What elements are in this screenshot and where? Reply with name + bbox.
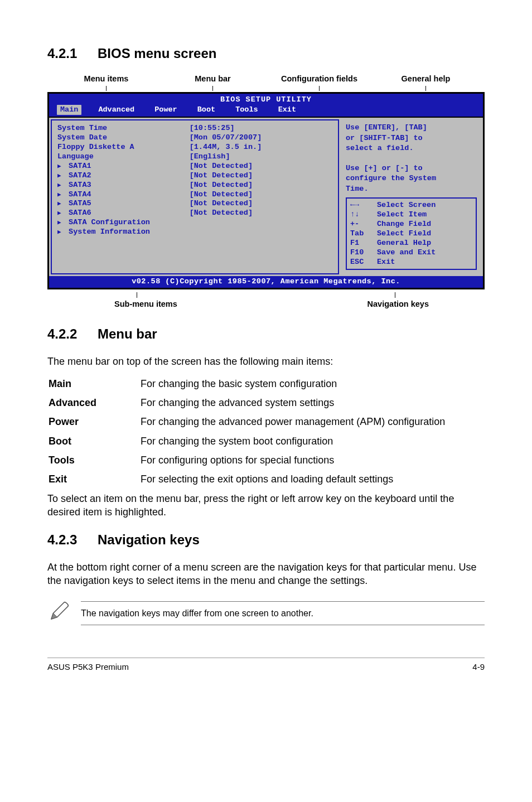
pencil-icon bbox=[47, 600, 71, 626]
definition-desc: For selecting the exit options and loadi… bbox=[141, 472, 485, 486]
bios-copyright: v02.58 (C)Copyright 1985-2007, American … bbox=[49, 276, 483, 287]
top-annotations: Menu items Menu bar Configuration fields… bbox=[47, 74, 485, 91]
bios-field-value[interactable]: [Not Detected] bbox=[190, 190, 332, 200]
nav-key-row: ↑↓Select Item bbox=[350, 210, 472, 220]
bios-field-label[interactable]: ▶ SATA1 bbox=[57, 162, 190, 171]
bios-field-value[interactable]: [Mon 05/07/2007] bbox=[190, 133, 332, 143]
definition-desc: For changing the advanced power manageme… bbox=[141, 415, 485, 428]
bios-field-value[interactable]: [Not Detected] bbox=[190, 199, 332, 209]
definition-desc: For configuring options for special func… bbox=[141, 453, 485, 467]
nav-keys-box: ←→Select Screen↑↓Select Item+-Change Fie… bbox=[346, 197, 477, 270]
annot-submenu: Sub-menu items bbox=[114, 299, 177, 308]
bios-field-label[interactable]: ▶ SATA2 bbox=[57, 171, 190, 181]
bios-field-label[interactable]: System Time bbox=[57, 124, 190, 133]
bios-field-label[interactable]: ▶ System Information bbox=[57, 228, 190, 237]
definition-term: Exit bbox=[49, 472, 141, 486]
footer-model: ASUS P5K3 Premium bbox=[47, 661, 129, 673]
annot-menu-items: Menu items bbox=[53, 74, 159, 91]
menubar-outro: To select an item on the menu bar, press… bbox=[47, 492, 485, 519]
definition-term: Boot bbox=[49, 434, 141, 448]
nav-key-row: +-Change Field bbox=[350, 220, 472, 229]
definition-term: Power bbox=[49, 415, 141, 428]
definition-term: Advanced bbox=[49, 396, 141, 409]
bios-field-value[interactable]: [Not Detected] bbox=[190, 162, 332, 171]
annot-general-help: General help bbox=[373, 74, 479, 91]
footer-page: 4-9 bbox=[472, 661, 485, 673]
heading-422: 4.2.2Menu bar bbox=[47, 325, 485, 343]
bios-field-label[interactable]: Floppy Diskette A bbox=[57, 143, 190, 152]
definitions-list: MainFor changing the basic system config… bbox=[49, 377, 485, 486]
nav-key-row: F1General Help bbox=[350, 239, 472, 248]
annot-navkeys: Navigation keys bbox=[367, 299, 429, 308]
definition-term: Main bbox=[49, 377, 141, 390]
bios-title: BIOS SETUP UTILITY bbox=[49, 94, 483, 105]
annot-config-fields: Configuration fields bbox=[266, 74, 373, 91]
bios-field-value[interactable]: [English] bbox=[190, 152, 332, 162]
navkeys-para: At the bottom right corner of a menu scr… bbox=[47, 561, 485, 588]
definition-row: MainFor changing the basic system config… bbox=[49, 377, 485, 390]
tab-exit[interactable]: Exit bbox=[275, 105, 299, 115]
annot-menu-bar: Menu bar bbox=[159, 74, 266, 91]
bios-screenshot: BIOS SETUP UTILITY Main Advanced Power B… bbox=[47, 92, 485, 289]
definition-row: ToolsFor configuring options for special… bbox=[49, 453, 485, 467]
bios-field-value[interactable]: [Not Detected] bbox=[190, 171, 332, 181]
heading-423: 4.2.3Navigation keys bbox=[47, 531, 485, 549]
nav-key-row: TabSelect Field bbox=[350, 229, 472, 239]
menubar-intro: The menu bar on top of the screen has th… bbox=[47, 355, 485, 368]
tab-power[interactable]: Power bbox=[151, 105, 181, 115]
bios-field-value[interactable] bbox=[190, 218, 332, 228]
bios-field-label[interactable]: Language bbox=[57, 152, 190, 162]
definition-term: Tools bbox=[49, 453, 141, 467]
tab-main[interactable]: Main bbox=[57, 105, 81, 115]
bios-fields: System Time[10:55:25]System Date[Mon 05/… bbox=[51, 119, 339, 274]
bios-field-value[interactable]: [Not Detected] bbox=[190, 181, 332, 190]
page-footer: ASUS P5K3 Premium 4-9 bbox=[47, 658, 485, 673]
definition-row: ExitFor selecting the exit options and l… bbox=[49, 472, 485, 486]
nav-key-row: ESCExit bbox=[350, 258, 472, 267]
nav-key-row: F10Save and Exit bbox=[350, 248, 472, 258]
note-text: The navigation keys may differ from one … bbox=[81, 601, 485, 626]
definition-row: BootFor changing the system boot configu… bbox=[49, 434, 485, 448]
bios-help: Use [ENTER], [TAB] or [SHIFT-TAB] to sel… bbox=[346, 123, 477, 197]
bios-menubar: Main Advanced Power Boot Tools Exit bbox=[49, 105, 483, 117]
bios-field-label[interactable]: System Date bbox=[57, 133, 190, 143]
bios-field-label[interactable]: ▶ SATA6 bbox=[57, 209, 190, 218]
definition-desc: For changing the system boot configurati… bbox=[141, 434, 485, 448]
bios-field-label[interactable]: ▶ SATA Configuration bbox=[57, 218, 190, 228]
bottom-annotations: Sub-menu items Navigation keys bbox=[47, 292, 485, 310]
tab-advanced[interactable]: Advanced bbox=[95, 105, 138, 115]
bios-field-value[interactable]: [Not Detected] bbox=[190, 209, 332, 218]
heading-421: 4.2.1BIOS menu screen bbox=[47, 45, 485, 62]
definition-row: PowerFor changing the advanced power man… bbox=[49, 415, 485, 428]
bios-field-value[interactable]: [10:55:25] bbox=[190, 124, 332, 133]
bios-field-label[interactable]: ▶ SATA5 bbox=[57, 199, 190, 209]
bios-field-value[interactable]: [1.44M, 3.5 in.] bbox=[190, 143, 332, 152]
definition-row: AdvancedFor changing the advanced system… bbox=[49, 396, 485, 409]
bios-field-value[interactable] bbox=[190, 228, 332, 237]
definition-desc: For changing the basic system configurat… bbox=[141, 377, 485, 390]
bios-field-label[interactable]: ▶ SATA4 bbox=[57, 190, 190, 200]
tab-tools[interactable]: Tools bbox=[232, 105, 262, 115]
nav-key-row: ←→Select Screen bbox=[350, 201, 472, 210]
definition-desc: For changing the advanced system setting… bbox=[141, 396, 485, 409]
tab-boot[interactable]: Boot bbox=[194, 105, 219, 115]
bios-field-label[interactable]: ▶ SATA3 bbox=[57, 181, 190, 190]
